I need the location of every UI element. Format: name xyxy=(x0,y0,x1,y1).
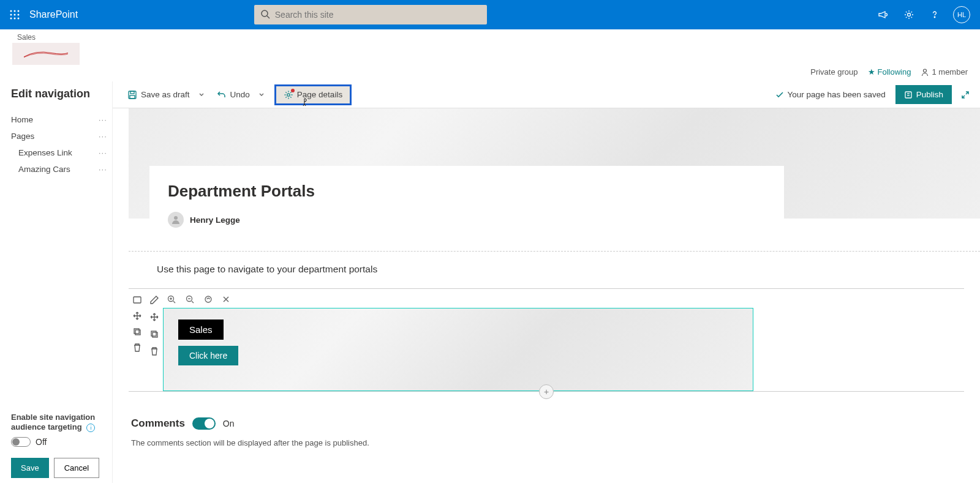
svg-point-9 xyxy=(262,10,268,17)
save-icon xyxy=(127,90,137,100)
more-icon[interactable]: ··· xyxy=(99,132,107,141)
site-name[interactable]: Sales xyxy=(17,33,968,42)
svg-line-28 xyxy=(173,301,175,303)
svg-line-32 xyxy=(192,301,194,303)
page-title[interactable]: Department Portals xyxy=(168,182,766,201)
author-name: Henry Legge xyxy=(190,215,240,225)
svg-point-2 xyxy=(18,10,20,12)
members-label: 1 member xyxy=(932,67,968,77)
comments-row: Comments On xyxy=(131,417,980,430)
app-launcher-icon[interactable] xyxy=(5,5,24,24)
more-icon[interactable]: ··· xyxy=(99,148,107,157)
more-icon[interactable]: ··· xyxy=(99,165,107,174)
edit-webpart-icon[interactable] xyxy=(149,294,160,305)
cursor-icon xyxy=(301,97,311,107)
undo-chevron[interactable] xyxy=(257,89,266,100)
svg-rect-16 xyxy=(130,95,135,99)
nav-item-pages[interactable]: Pages··· xyxy=(11,128,107,144)
suite-right: HL xyxy=(876,6,970,23)
section-toolbar xyxy=(129,291,146,391)
suite-bar: SharePoint HL xyxy=(0,0,980,29)
svg-point-7 xyxy=(14,18,16,20)
gear-icon xyxy=(284,90,293,100)
nav-item-label: Pages xyxy=(11,132,34,141)
close-icon[interactable] xyxy=(222,295,230,304)
info-icon[interactable]: i xyxy=(86,424,95,432)
toggle-track xyxy=(11,437,31,447)
move-webpart-icon[interactable] xyxy=(149,312,160,323)
nav-item-expenses[interactable]: Expenses Link··· xyxy=(11,144,107,161)
move-section-icon[interactable] xyxy=(132,310,143,321)
search-input[interactable] xyxy=(254,5,487,24)
cancel-button[interactable]: Cancel xyxy=(54,458,99,478)
publish-button[interactable]: Publish xyxy=(895,85,952,104)
more-icon[interactable]: ··· xyxy=(99,115,107,124)
save-button[interactable]: Save xyxy=(11,458,49,478)
settings-icon[interactable] xyxy=(902,7,916,22)
zoom-in-icon[interactable] xyxy=(167,294,176,304)
page-author[interactable]: Henry Legge xyxy=(168,212,766,228)
undo-button[interactable]: Undo xyxy=(212,86,255,103)
search-icon xyxy=(260,9,270,19)
svg-rect-22 xyxy=(134,297,141,303)
app-name[interactable]: SharePoint xyxy=(29,9,78,20)
save-draft-chevron[interactable] xyxy=(197,89,206,100)
webpart-toolbar xyxy=(146,291,163,391)
members-button[interactable]: 1 member xyxy=(921,67,968,77)
nav-item-amazing-cars[interactable]: Amazing Cars··· xyxy=(11,161,107,177)
svg-point-11 xyxy=(908,13,911,17)
svg-rect-15 xyxy=(130,91,134,94)
site-logo[interactable] xyxy=(12,43,80,65)
audience-toggle[interactable]: Off xyxy=(11,437,107,447)
cmd-label: Publish xyxy=(916,90,943,99)
comments-toggle[interactable] xyxy=(192,417,216,430)
svg-point-12 xyxy=(934,17,935,18)
expand-button[interactable] xyxy=(960,90,970,100)
svg-point-0 xyxy=(10,10,12,12)
webpart-label[interactable]: Sales xyxy=(178,320,224,340)
user-avatar[interactable]: HL xyxy=(953,6,970,23)
toggle-label: Off xyxy=(36,437,47,447)
svg-point-6 xyxy=(10,18,12,20)
svg-rect-24 xyxy=(135,330,140,335)
add-webpart-button[interactable]: + xyxy=(539,384,554,399)
site-status-row: Private group ★ Following 1 member xyxy=(0,65,980,81)
page-description[interactable]: Use this page to navigate to your depart… xyxy=(157,264,980,275)
following-label: Following xyxy=(878,67,911,77)
delete-webpart-icon[interactable] xyxy=(149,346,160,357)
chevron-down-icon xyxy=(258,92,265,98)
webpart-wrap: Sales Click here xyxy=(163,291,753,391)
svg-point-4 xyxy=(14,14,16,16)
hero-webpart[interactable]: Sales Click here xyxy=(163,308,753,391)
nav-item-home[interactable]: Home··· xyxy=(11,111,107,128)
audience-targeting-label: Enable site navigation audience targetin… xyxy=(11,412,107,432)
delete-section-icon[interactable] xyxy=(132,342,143,353)
webpart-cta-button[interactable]: Click here xyxy=(178,346,238,365)
reset-icon[interactable] xyxy=(203,294,213,304)
edit-navigation-pane: Edit navigation Home··· Pages··· Expense… xyxy=(0,81,113,483)
duplicate-webpart-icon[interactable] xyxy=(149,329,160,340)
save-as-draft-button[interactable]: Save as draft xyxy=(123,86,195,103)
svg-rect-25 xyxy=(151,331,156,336)
following-button[interactable]: ★ Following xyxy=(868,67,911,77)
edit-nav-title: Edit navigation xyxy=(11,88,107,100)
help-icon[interactable] xyxy=(927,7,942,22)
svg-point-8 xyxy=(18,18,20,20)
duplicate-section-icon[interactable] xyxy=(132,326,143,337)
undo-icon xyxy=(217,90,227,100)
nav-item-label: Expenses Link xyxy=(18,148,72,157)
expand-icon xyxy=(960,90,970,100)
svg-point-17 xyxy=(287,93,290,95)
edit-section-icon[interactable] xyxy=(132,294,143,305)
zoom-out-icon[interactable] xyxy=(185,294,195,304)
section-divider xyxy=(129,288,964,289)
page-details-button[interactable]: Page details xyxy=(274,84,352,105)
webpart-row: Sales Click here xyxy=(129,291,964,391)
title-area[interactable]: Department Portals Henry Legge xyxy=(149,166,784,234)
command-bar: Save as draft Undo Page details xyxy=(113,81,980,108)
chevron-down-icon xyxy=(198,92,205,98)
canvas-scroll[interactable]: Department Portals Henry Legge Use this … xyxy=(113,108,980,483)
left-nav-footer: Enable site navigation audience targetin… xyxy=(11,412,107,478)
megaphone-icon[interactable] xyxy=(876,7,891,22)
cmd-label: Undo xyxy=(230,90,250,99)
